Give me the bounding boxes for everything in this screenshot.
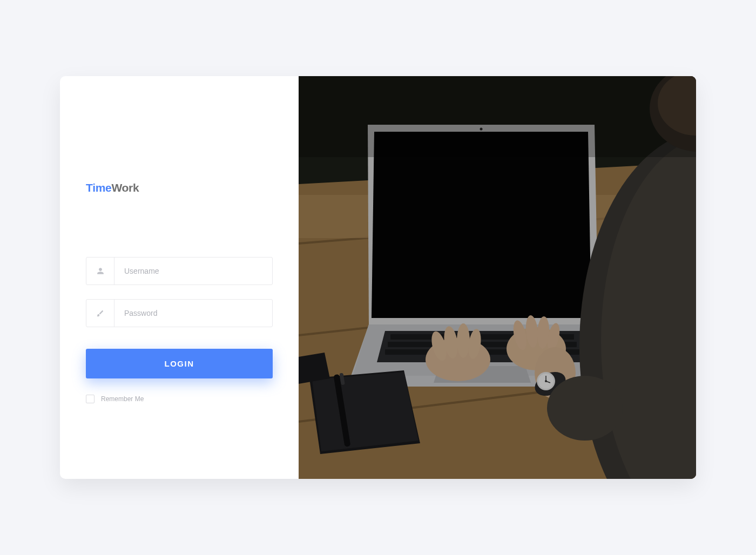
remember-me-row: Remember Me bbox=[86, 395, 273, 403]
login-form-panel: TimeWork LOGIN Remember Me bbox=[60, 76, 299, 479]
remember-me-checkbox[interactable] bbox=[86, 395, 94, 403]
login-card: TimeWork LOGIN Remember Me bbox=[60, 76, 696, 479]
remember-me-label[interactable]: Remember Me bbox=[101, 395, 144, 403]
svg-rect-52 bbox=[299, 76, 696, 157]
password-input-group bbox=[86, 299, 273, 327]
username-field[interactable] bbox=[114, 258, 272, 285]
username-input-group bbox=[86, 257, 273, 285]
user-icon bbox=[86, 258, 114, 285]
hero-image: MacBook Air bbox=[299, 76, 696, 479]
login-button[interactable]: LOGIN bbox=[86, 349, 273, 378]
password-field[interactable] bbox=[114, 300, 272, 327]
brand-second: Work bbox=[111, 181, 139, 194]
key-icon bbox=[86, 300, 114, 327]
brand-first: Time bbox=[86, 181, 111, 194]
brand-logo: TimeWork bbox=[86, 181, 273, 194]
